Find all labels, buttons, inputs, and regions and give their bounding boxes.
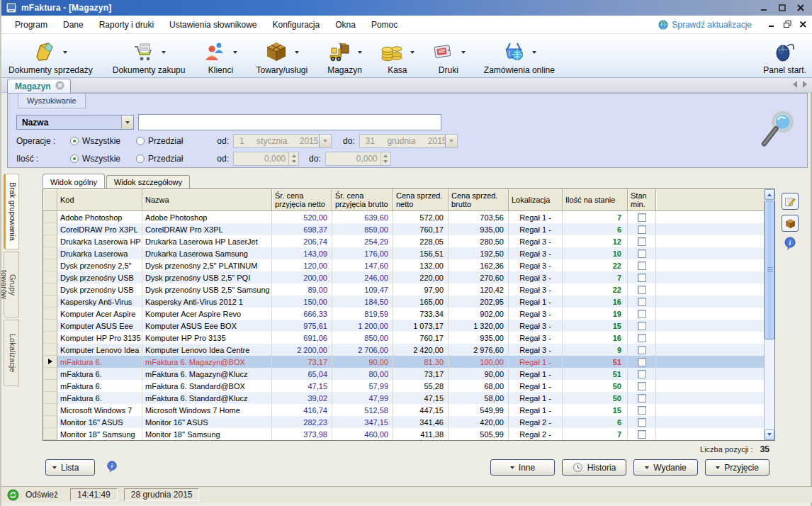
dropdown-arrow-icon[interactable]	[410, 51, 415, 56]
toolbar-dokumenty-sprzedazy[interactable]: Dokumenty sprzedaży	[7, 39, 94, 75]
table-row[interactable]: Adobe Photoshop Adobe Photoshop 520,00 6…	[43, 211, 764, 223]
column-header-sr-cena-przyjecia-brutto[interactable]: Śr. cena przyjęcia brutto	[332, 189, 393, 211]
toolbar-kasa[interactable]: Kasa	[380, 39, 415, 75]
table-row[interactable]: Monitor 16'' ASUS Monitor 16'' ASUS 282,…	[43, 416, 764, 428]
inne-button[interactable]: Inne	[490, 459, 555, 476]
stan-min-checkbox[interactable]	[638, 262, 646, 270]
dropdown-arrow-icon[interactable]	[162, 51, 166, 56]
stan-min-checkbox[interactable]	[638, 418, 646, 427]
column-header-ilosc-na-stanie[interactable]: Ilość na stanie	[563, 189, 628, 211]
vertical-scrollbar[interactable]	[764, 189, 774, 440]
info-icon[interactable]: i	[106, 461, 118, 473]
tab-scroll-right-icon[interactable]	[803, 81, 811, 88]
lista-button[interactable]: Lista	[45, 459, 95, 476]
stan-min-checkbox[interactable]	[638, 237, 646, 246]
mdi-close-button[interactable]	[799, 21, 808, 29]
column-header-kod[interactable]: Kod	[57, 189, 142, 211]
historia-button[interactable]: Historia	[562, 459, 626, 476]
przyjecie-button[interactable]: Przyjęcie	[705, 459, 769, 476]
stan-min-checkbox[interactable]	[638, 370, 646, 378]
tab-magazyn[interactable]: Magazyn	[7, 79, 71, 93]
stan-min-checkbox[interactable]	[638, 406, 646, 415]
column-header-nazwa[interactable]: Nazwa	[142, 189, 272, 211]
table-row[interactable]: Monitor 18'' Samsung Monitor 18'' Samsun…	[43, 428, 764, 440]
table-row[interactable]: Drukarka Laserowa HP Drukarka Laserowa H…	[43, 235, 764, 247]
toolbar-panel-start[interactable]: Panel start.	[762, 39, 808, 75]
refresh-icon[interactable]	[7, 489, 19, 501]
table-row[interactable]: Microsoft Windows 7 Microsoft Windows 7 …	[43, 404, 764, 416]
table-row[interactable]: Komputer HP Pro 3135 Komputer HP Pro 313…	[43, 332, 764, 344]
scroll-down-icon[interactable]	[765, 429, 774, 440]
toolbar-klienci[interactable]: Klienci	[203, 39, 237, 75]
table-row[interactable]: Dysk przenośny USB Dysk przenośny USB 2,…	[43, 283, 764, 296]
group-tab-lokalizacje[interactable]: Lokalizacje	[4, 320, 19, 386]
dropdown-arrow-icon[interactable]	[358, 51, 362, 56]
stan-min-checkbox[interactable]	[638, 346, 646, 354]
search-input[interactable]	[138, 114, 441, 130]
menu-item-program[interactable]: Program	[7, 16, 55, 33]
dropdown-arrow-icon[interactable]	[233, 51, 237, 56]
table-row[interactable]: mFaktura 6. mFaktura 6. Magazyn@BOX 73,1…	[43, 356, 764, 368]
stan-min-checkbox[interactable]	[638, 310, 646, 318]
table-row[interactable]: Drukarka Laserowa Drukarka Laserowa Sams…	[43, 247, 764, 259]
table-row[interactable]: mFaktura 6. mFaktura 6. Magazyn@Klucz 65…	[43, 368, 764, 380]
menu-item-okna[interactable]: Okna	[327, 16, 363, 33]
table-row[interactable]: CorelDRAW Pro X3PL CorelDRAW Pro X3PL 69…	[43, 223, 764, 235]
column-header-sr-cena-przyjecia-netto[interactable]: Śr. cena przyjęcia netto	[272, 189, 332, 211]
table-row[interactable]: mFaktura 6. mFaktura 6. Standard@BOX 47,…	[43, 380, 764, 392]
stan-min-checkbox[interactable]	[638, 213, 646, 222]
scroll-up-icon[interactable]	[765, 189, 774, 200]
table-row[interactable]: Komputer Lenovo Idea Komputer Lenovo Ide…	[43, 344, 764, 356]
wydanie-button[interactable]: Wydanie	[633, 459, 698, 476]
column-header-stan-min[interactable]: Stan min.	[628, 189, 656, 211]
tab-scroll-left-icon[interactable]	[789, 81, 797, 88]
table-row[interactable]: mFaktura 6. mFaktura 6. Standard@Klucz 3…	[43, 392, 764, 404]
search-field-selector[interactable]: Nazwa	[16, 115, 134, 130]
close-button[interactable]	[795, 3, 806, 13]
column-header-cena-sprzed-netto[interactable]: Cena sprzed. netto	[393, 189, 449, 211]
stan-min-checkbox[interactable]	[638, 430, 646, 439]
stan-min-checkbox[interactable]	[638, 322, 646, 330]
dropdown-arrow-icon[interactable]	[532, 51, 536, 56]
dropdown-arrow-icon[interactable]	[461, 51, 466, 56]
menu-item-pomoc[interactable]: Pomoc	[363, 16, 405, 33]
toolbar-towary-uslugi[interactable]: Towary/usługi	[254, 39, 309, 75]
menu-item-ustawienia-slownikowe[interactable]: Ustawienia słownikowe	[162, 16, 264, 33]
menu-item-raporty-i-druki[interactable]: Raporty i druki	[91, 16, 162, 33]
view-tab-widok-szczegolowy[interactable]: Widok szczegółowy	[106, 175, 190, 189]
toolbar-zamowienia-online[interactable]: Zamówienia online	[483, 39, 556, 75]
tab-close-icon[interactable]	[55, 80, 64, 93]
toolbar-dokumenty-zakupu[interactable]: Dokumenty zakupu	[111, 39, 187, 75]
mdi-minimize-button[interactable]	[767, 21, 777, 29]
stan-min-checkbox[interactable]	[638, 334, 646, 342]
table-row[interactable]: Komputer Acer Aspire Komputer Acer Aspir…	[43, 308, 764, 320]
stan-min-checkbox[interactable]	[638, 249, 646, 258]
stan-min-checkbox[interactable]	[638, 298, 646, 306]
menu-item-konfiguracja[interactable]: Konfiguracja	[264, 16, 327, 33]
ilosc-przedzial-radio[interactable]	[136, 154, 145, 163]
table-row[interactable]: Komputer ASUS Eee Komputer ASUS Eee BOX …	[43, 320, 764, 332]
table-row[interactable]: Dysk przenośny 2,5" Dysk przenośny 2,5" …	[43, 259, 764, 271]
info-icon[interactable]: i	[784, 237, 796, 251]
edit-item-button[interactable]	[782, 193, 799, 210]
mdi-restore-button[interactable]	[783, 21, 792, 29]
column-header-cena-sprzed-brutto[interactable]: Cena sprzed. brutto	[449, 189, 509, 211]
stan-min-checkbox[interactable]	[638, 394, 646, 403]
dropdown-arrow-icon[interactable]	[295, 51, 299, 56]
stan-min-checkbox[interactable]	[638, 286, 646, 294]
toolbar-magazyn[interactable]: Magazyn	[326, 39, 363, 75]
operacje-przedzial-radio[interactable]	[136, 137, 145, 145]
stan-min-checkbox[interactable]	[638, 225, 646, 234]
column-header-lokalizacja[interactable]: Lokalizacja	[509, 189, 563, 211]
table-row[interactable]: Kaspersky Anti-Virus Kaspersky Anti-Viru…	[43, 296, 764, 308]
group-tab-brak-grupowania[interactable]: Brak grupowania	[4, 174, 19, 249]
goods-button[interactable]	[782, 215, 799, 232]
minimize-button[interactable]	[758, 3, 769, 13]
group-tab-grupy-towarow[interactable]: Grupy towarów	[4, 252, 19, 317]
toolbar-druki[interactable]: Druki	[432, 39, 466, 75]
dropdown-arrow-icon[interactable]	[63, 51, 67, 56]
stan-min-checkbox[interactable]	[638, 274, 646, 282]
stan-min-checkbox[interactable]	[638, 358, 646, 366]
view-tab-widok-ogolny[interactable]: Widok ogólny	[43, 174, 105, 188]
refresh-label[interactable]: Odśwież	[26, 490, 58, 500]
